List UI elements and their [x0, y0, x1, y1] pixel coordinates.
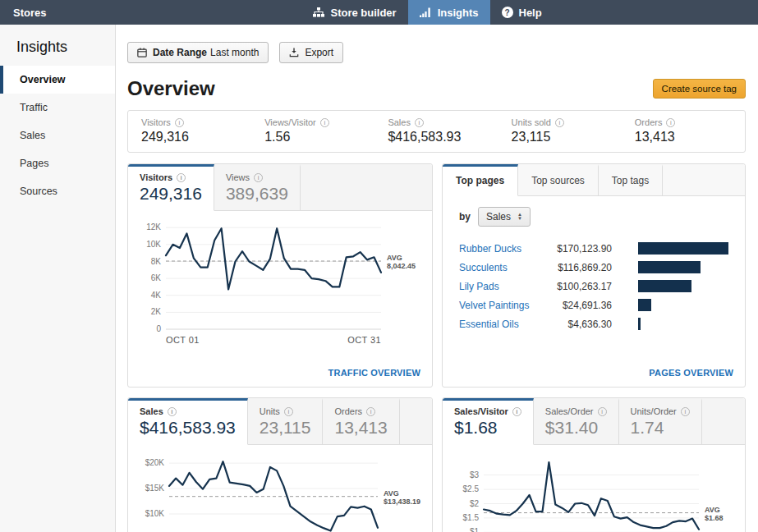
stat-label: Units sold — [512, 117, 551, 127]
tab-views[interactable]: Viewsi 389,639 — [214, 164, 301, 211]
top-pages-body: by Sales ▲▼ Rubber Ducks $170,123.90 — [443, 196, 745, 333]
sidebar-item-overview[interactable]: Overview — [0, 66, 115, 94]
page-bar-fill — [638, 261, 701, 273]
bar-track — [638, 261, 728, 273]
bar-track — [638, 280, 728, 292]
page-sales-value: $100,263.17 — [541, 281, 612, 292]
tab-sales[interactable]: Salesi $416,583.93 — [128, 398, 248, 445]
traffic-chart-area: 12K10K8K6K4K2K0AVG8,042.45OCT 01OCT 31 — [128, 211, 432, 364]
bar-track — [638, 318, 728, 330]
sitemap-icon — [313, 7, 324, 17]
nav-item-store-builder[interactable]: Store builder — [301, 0, 407, 25]
tab-filler — [301, 164, 432, 211]
page-sales-value: $170,123.90 — [541, 243, 612, 255]
pages-overview-link[interactable]: PAGES OVERVIEW — [649, 368, 733, 378]
sidebar-item-pages[interactable]: Pages — [0, 149, 115, 177]
nav-item-label: Help — [519, 7, 542, 19]
stat-label: Sales — [388, 117, 411, 127]
sort-by-select[interactable]: Sales ▲▼ — [478, 207, 531, 227]
info-icon[interactable]: i — [168, 407, 177, 416]
page-title: Overview — [127, 77, 215, 100]
page-link[interactable]: Velvet Paintings — [459, 300, 541, 311]
tab-top-tags[interactable]: Top tags — [599, 164, 663, 196]
top-pages-tabs: Top pages Top sources Top tags — [443, 164, 745, 196]
tab-value: 249,316 — [140, 184, 202, 204]
page-row: Essential Oils $4,636.30 — [459, 314, 728, 333]
svg-text:$20K: $20K — [145, 458, 165, 467]
svg-text:AVG: AVG — [387, 254, 402, 262]
cards-row-1: Visitorsi 249,316 Viewsi 389,639 12K10K8… — [127, 163, 746, 388]
page-link[interactable]: Essential Oils — [459, 319, 541, 330]
tab-units-order[interactable]: Units/Orderi 1.74 — [619, 398, 702, 445]
info-icon[interactable]: i — [320, 118, 329, 127]
summary-stats-bar: Visitorsi 249,316 Views/Visitori 1.56 Sa… — [127, 110, 746, 153]
page-bar-fill — [638, 242, 728, 255]
sales-card: Salesi $416,583.93 Unitsi 23,115 Ordersi… — [127, 397, 433, 532]
tab-label: Views — [226, 172, 250, 182]
traffic-line-chart: 12K10K8K6K4K2K0AVG8,042.45OCT 01OCT 31 — [135, 216, 430, 360]
info-icon[interactable]: i — [177, 173, 186, 182]
download-icon — [289, 48, 299, 57]
create-source-tag-button[interactable]: Create source tag — [653, 79, 746, 99]
bar-chart-icon — [420, 7, 432, 17]
tab-top-pages[interactable]: Top pages — [443, 164, 518, 196]
sort-by-value: Sales — [486, 211, 511, 222]
svg-text:$15K: $15K — [145, 484, 165, 493]
info-icon[interactable]: i — [666, 118, 675, 127]
nav-brand-stores[interactable]: Stores — [0, 0, 59, 25]
sidebar: Insights Overview Traffic Sales Pages So… — [0, 25, 116, 532]
info-icon[interactable]: i — [366, 407, 375, 416]
tab-orders[interactable]: Ordersi 13,413 — [323, 398, 399, 445]
tab-sales-order[interactable]: Sales/Orderi $31.40 — [534, 398, 619, 445]
svg-text:$10K: $10K — [145, 509, 165, 518]
tab-label: Sales/Visitor — [454, 406, 508, 416]
svg-text:12K: 12K — [146, 222, 161, 232]
main-content: Date RangeLast month Export Overview Cre… — [117, 25, 758, 532]
info-icon[interactable]: i — [284, 407, 293, 416]
page-link[interactable]: Succulents — [459, 262, 541, 273]
info-icon[interactable]: i — [175, 118, 184, 127]
stat-value: 13,413 — [635, 130, 745, 144]
sidebar-item-sales[interactable]: Sales — [0, 122, 115, 149]
svg-text:AVG: AVG — [705, 506, 720, 514]
date-range-value: Last month — [210, 47, 259, 58]
calendar-icon — [137, 48, 147, 57]
page-link[interactable]: Lily Pads — [459, 281, 541, 292]
traffic-tabs: Visitorsi 249,316 Viewsi 389,639 — [128, 164, 432, 211]
tab-units[interactable]: Unitsi 23,115 — [248, 398, 324, 445]
tab-top-sources[interactable]: Top sources — [518, 164, 599, 196]
info-icon[interactable]: i — [598, 407, 607, 416]
svg-text:8K: 8K — [151, 257, 162, 266]
bar-track — [638, 299, 728, 311]
date-range-label: Date Range — [153, 47, 207, 58]
top-pages-card: Top pages Top sources Top tags by Sales … — [442, 163, 746, 388]
export-button[interactable]: Export — [279, 42, 343, 63]
tab-visitors[interactable]: Visitorsi 249,316 — [128, 164, 214, 211]
info-icon[interactable]: i — [254, 173, 263, 182]
ratios-chart-area: $3$2.5$2$1.5$1AVG$1.68 — [443, 445, 745, 532]
info-icon[interactable]: i — [681, 407, 690, 416]
tab-value: 23,115 — [260, 418, 311, 438]
date-range-button[interactable]: Date RangeLast month — [127, 42, 269, 63]
nav-item-help[interactable]: ? Help — [490, 0, 554, 25]
info-icon[interactable]: i — [415, 118, 424, 127]
tab-value: 1.74 — [631, 418, 690, 438]
page-link[interactable]: Rubber Ducks — [459, 243, 541, 255]
nav-item-label: Insights — [438, 7, 479, 19]
tab-sales-visitor[interactable]: Sales/Visitori $1.68 — [443, 398, 534, 445]
page-sales-value: $4,636.30 — [541, 319, 612, 330]
tab-value: 13,413 — [334, 418, 387, 438]
nav-item-label: Store builder — [330, 7, 396, 19]
by-label: by — [459, 211, 471, 222]
page-sales-value: $116,869.20 — [541, 262, 612, 273]
page-bar-fill — [638, 318, 641, 330]
traffic-card: Visitorsi 249,316 Viewsi 389,639 12K10K8… — [127, 163, 433, 388]
info-icon[interactable]: i — [555, 118, 564, 127]
info-icon[interactable]: i — [512, 407, 521, 416]
tab-label: Orders — [334, 406, 362, 416]
sidebar-item-traffic[interactable]: Traffic — [0, 94, 115, 122]
sidebar-item-sources[interactable]: Sources — [0, 177, 115, 205]
page-row: Lily Pads $100,263.17 — [459, 277, 728, 296]
traffic-overview-link[interactable]: TRAFFIC OVERVIEW — [328, 368, 420, 378]
nav-item-insights[interactable]: Insights — [408, 0, 490, 25]
